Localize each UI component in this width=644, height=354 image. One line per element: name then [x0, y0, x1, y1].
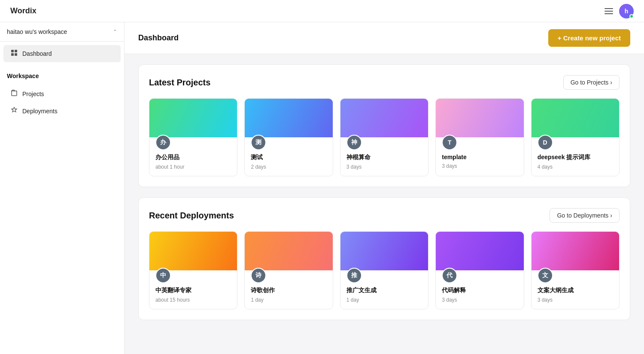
menu-icon[interactable] — [605, 8, 613, 14]
latest-projects-title: Latest Projects — [149, 78, 210, 88]
project-card-d1[interactable]: 中 中英翻译专家 about 15 hours — [149, 231, 237, 309]
topbar: Wordix h — [0, 0, 644, 22]
project-name: 办公用品 — [155, 154, 231, 161]
project-time: 1 day — [251, 297, 326, 303]
project-card-p2[interactable]: 测 测试 2 days — [244, 98, 333, 176]
dashboard-icon — [10, 49, 18, 58]
project-avatar: 办 — [155, 135, 171, 150]
sidebar-item-dashboard[interactable]: Dashboard — [3, 45, 121, 62]
project-avatar: 代 — [442, 268, 457, 283]
project-name: 代码解释 — [442, 287, 517, 294]
project-avatar: 诗 — [251, 268, 266, 283]
project-card-d2[interactable]: 诗 诗歌创作 1 day — [244, 231, 333, 309]
sidebar-item-deployments-label: Deployments — [22, 108, 58, 115]
project-info: D deepseek 提示词库 4 days — [532, 139, 619, 176]
nav-section-workspace: Projects Deployments — [0, 82, 124, 123]
project-thumbnail — [436, 232, 523, 270]
dashboard-content: Latest Projects Go to Projects › 办 办公用品 … — [125, 54, 644, 330]
main-header: Dashboard + Create new project — [125, 22, 644, 54]
svg-rect-3 — [15, 53, 17, 56]
app-logo: Wordix — [10, 6, 36, 15]
project-card-p4[interactable]: T template 3 days — [435, 98, 524, 176]
project-info: 推 推广文生成 1 day — [340, 272, 428, 309]
project-avatar: 推 — [346, 268, 362, 283]
project-avatar: 测 — [251, 135, 266, 150]
project-name: 测试 — [251, 154, 326, 161]
project-info: 神 神棍算命 3 days — [340, 139, 428, 176]
page-title: Dashboard — [138, 33, 179, 42]
workspace-section-label: Workspace — [0, 66, 124, 82]
project-name: 中英翻译专家 — [155, 287, 231, 294]
project-info: 中 中英翻译专家 about 15 hours — [149, 272, 237, 309]
project-card-d4[interactable]: 代 代码解释 3 days — [435, 231, 524, 309]
layout: haitao wu's workspace ⌃ Dashboard Worksp… — [0, 22, 644, 354]
project-time: 1 day — [346, 297, 422, 303]
project-info: 文 文案大纲生成 3 days — [532, 272, 619, 309]
project-name: template — [442, 154, 517, 160]
project-avatar: 文 — [538, 268, 553, 283]
project-card-p3[interactable]: 神 神棍算命 3 days — [340, 98, 428, 176]
project-time: 4 days — [538, 164, 613, 170]
project-thumbnail — [245, 99, 332, 137]
go-to-deployments-button[interactable]: Go to Deployments › — [550, 208, 620, 223]
sidebar: haitao wu's workspace ⌃ Dashboard Worksp… — [0, 22, 125, 354]
project-time: about 1 hour — [155, 164, 231, 170]
project-card-d5[interactable]: 文 文案大纲生成 3 days — [531, 231, 620, 309]
project-name: 神棍算命 — [346, 154, 422, 161]
deployments-icon — [10, 107, 18, 115]
project-time: 3 days — [442, 163, 517, 169]
project-thumbnail — [340, 232, 428, 270]
recent-deployments-header: Recent Deployments Go to Deployments › — [149, 208, 620, 223]
project-info: T template 3 days — [436, 139, 523, 175]
chevron-down-icon: ⌃ — [113, 29, 117, 35]
project-name: 文案大纲生成 — [538, 287, 613, 294]
project-time: about 15 hours — [155, 297, 231, 303]
latest-projects-grid: 办 办公用品 about 1 hour 测 测试 2 days 神 神棍算命 — [149, 98, 620, 176]
svg-rect-1 — [15, 50, 17, 52]
latest-projects-section: Latest Projects Go to Projects › 办 办公用品 … — [138, 64, 630, 187]
project-card-d3[interactable]: 推 推广文生成 1 day — [340, 231, 428, 309]
workspace-selector[interactable]: haitao wu's workspace ⌃ — [0, 22, 124, 42]
project-thumbnail — [149, 99, 237, 137]
latest-projects-header: Latest Projects Go to Projects › — [149, 75, 620, 90]
project-thumbnail — [340, 99, 428, 137]
topbar-right: h — [605, 4, 634, 18]
project-name: deepseek 提示词库 — [538, 154, 613, 161]
project-name: 推广文生成 — [346, 287, 422, 294]
project-info: 代 代码解释 3 days — [436, 272, 523, 309]
project-time: 3 days — [346, 164, 422, 170]
project-thumbnail — [149, 232, 237, 270]
project-thumbnail — [245, 232, 332, 270]
svg-rect-0 — [11, 50, 14, 52]
project-thumbnail — [532, 99, 619, 137]
sidebar-item-deployments[interactable]: Deployments — [3, 103, 121, 120]
create-new-project-button[interactable]: + Create new project — [548, 29, 630, 47]
projects-icon — [10, 90, 18, 98]
avatar[interactable]: h — [619, 4, 634, 18]
sidebar-item-dashboard-label: Dashboard — [22, 50, 52, 57]
project-avatar: T — [442, 135, 457, 150]
project-thumbnail — [532, 232, 619, 270]
project-card-p1[interactable]: 办 办公用品 about 1 hour — [149, 98, 237, 176]
project-avatar: 中 — [155, 268, 171, 283]
project-avatar: D — [538, 135, 553, 150]
recent-deployments-title: Recent Deployments — [149, 211, 234, 221]
project-avatar: 神 — [346, 135, 362, 150]
project-thumbnail — [436, 99, 523, 137]
go-to-projects-button[interactable]: Go to Projects › — [563, 75, 620, 90]
svg-rect-2 — [11, 53, 14, 56]
project-info: 诗 诗歌创作 1 day — [245, 272, 332, 309]
project-info: 办 办公用品 about 1 hour — [149, 139, 237, 176]
project-info: 测 测试 2 days — [245, 139, 332, 176]
avatar-status-dot — [629, 14, 634, 18]
recent-deployments-section: Recent Deployments Go to Deployments › 中… — [138, 197, 630, 320]
project-name: 诗歌创作 — [251, 287, 326, 294]
sidebar-item-projects-label: Projects — [22, 91, 44, 97]
recent-deployments-grid: 中 中英翻译专家 about 15 hours 诗 诗歌创作 1 day 推 推… — [149, 231, 620, 309]
project-time: 2 days — [251, 164, 326, 170]
project-time: 3 days — [442, 297, 517, 303]
sidebar-item-projects[interactable]: Projects — [3, 85, 121, 103]
project-card-p5[interactable]: D deepseek 提示词库 4 days — [531, 98, 620, 176]
main-content: Dashboard + Create new project Latest Pr… — [125, 22, 644, 354]
project-time: 3 days — [538, 297, 613, 303]
